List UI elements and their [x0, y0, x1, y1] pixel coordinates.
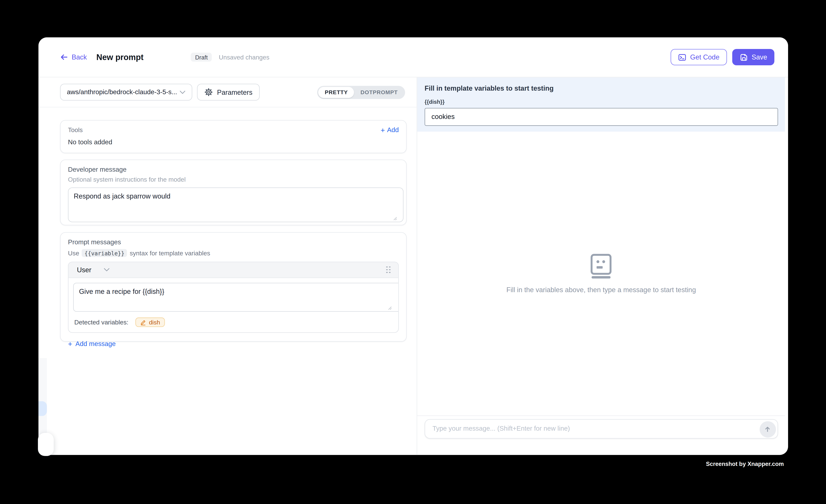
prompt-editor-window: Back New prompt Draft Unsaved changes Ge… [39, 37, 788, 455]
role-selector[interactable]: User [77, 266, 110, 274]
plus-icon: + [68, 340, 72, 348]
add-message-label: Add message [75, 340, 116, 348]
toggle-dotprompt[interactable]: DOTPROMPT [354, 87, 404, 98]
save-icon [740, 53, 748, 61]
model-selector-value: aws/anthropic/bedrock-claude-3-5-s... [67, 88, 177, 96]
save-button[interactable]: Save [732, 49, 775, 65]
role-value: User [77, 266, 92, 274]
message-block: User Give me a recipe for {{dish}} [68, 262, 399, 333]
prompt-messages-card: Prompt messages Use {{variable}} syntax … [60, 232, 407, 342]
hint-prefix: Use [68, 249, 79, 257]
arrow-up-icon [764, 425, 771, 433]
tools-card: Tools + Add No tools added [60, 120, 407, 153]
variable-syntax-chip: {{variable}} [82, 249, 127, 257]
tools-title: Tools [68, 126, 83, 134]
developer-message-card: Developer message Optional system instru… [60, 160, 407, 225]
back-button[interactable]: Back [60, 53, 87, 61]
floating-corner-box [38, 433, 54, 456]
arrow-left-icon [60, 53, 68, 61]
window-header: Back New prompt Draft Unsaved changes Ge… [39, 37, 788, 77]
format-toggle: PRETTY DOTPROMPT [317, 85, 405, 99]
variable-key-label: {{dish}} [425, 99, 778, 105]
variable-badge-label: dish [149, 319, 160, 325]
get-code-label: Get Code [690, 53, 719, 61]
model-toolbar: aws/anthropic/bedrock-claude-3-5-s... Pa… [39, 77, 417, 107]
chat-empty-state: Fill in the variables above, then type a… [417, 132, 785, 416]
variable-value-input[interactable] [425, 108, 778, 126]
message-body: Give me a recipe for {{dish}} Detected v… [68, 278, 398, 332]
page-title: New prompt [96, 52, 143, 62]
message-bar [425, 419, 778, 439]
add-tool-label: Add [387, 126, 399, 134]
save-label: Save [752, 53, 767, 61]
hint-suffix: syntax for template variables [130, 249, 210, 257]
send-button[interactable] [760, 421, 776, 437]
status-badge: Draft [191, 53, 212, 62]
model-selector[interactable]: aws/anthropic/bedrock-claude-3-5-s... [60, 84, 192, 101]
watermark-text: Screenshot by Xnapper.com [706, 460, 784, 467]
developer-message-title: Developer message [68, 166, 399, 173]
toggle-pretty[interactable]: PRETTY [318, 87, 354, 98]
terminal-icon [678, 53, 687, 61]
chat-message-input[interactable] [425, 425, 778, 432]
parameters-button[interactable]: Parameters [197, 84, 259, 101]
collapsed-sidebar-active-item[interactable] [39, 401, 47, 416]
config-scroll-area: Tools + Add No tools added Developer mes… [39, 107, 417, 342]
add-tool-button[interactable]: + Add [381, 126, 399, 134]
back-label: Back [72, 53, 87, 61]
parameters-label: Parameters [217, 88, 252, 96]
empty-state-text: Fill in the variables above, then type a… [506, 286, 696, 294]
main-split: aws/anthropic/bedrock-claude-3-5-s... Pa… [39, 77, 788, 455]
drag-handle-icon[interactable] [386, 266, 391, 273]
plus-icon: + [381, 126, 385, 134]
detected-variables-label: Detected variables: [74, 319, 128, 326]
template-variables-panel: Fill in template variables to start test… [417, 77, 785, 132]
developer-message-subtitle: Optional system instructions for the mod… [68, 176, 399, 183]
variables-panel-title: Fill in template variables to start test… [425, 84, 778, 92]
message-header: User [68, 262, 398, 278]
chevron-down-icon [180, 90, 185, 94]
template-syntax-hint: Use {{variable}} syntax for template var… [68, 249, 399, 257]
chevron-down-icon [104, 268, 110, 272]
robot-face-icon [587, 253, 615, 278]
chat-input-area [417, 416, 785, 455]
pencil-icon [140, 319, 146, 325]
test-pane: Fill in template variables to start test… [417, 77, 788, 455]
add-message-button[interactable]: + Add message [68, 340, 399, 348]
gear-icon [204, 88, 213, 97]
tools-empty-text: No tools added [68, 138, 399, 146]
user-message-input[interactable]: Give me a recipe for {{dish}} [73, 283, 399, 312]
variable-badge-dish[interactable]: dish [135, 317, 165, 327]
prompt-messages-title: Prompt messages [68, 239, 399, 246]
developer-message-input[interactable]: Respond as jack sparrow would [68, 187, 403, 222]
header-actions: Get Code Save [670, 49, 775, 65]
unsaved-changes-note: Unsaved changes [219, 54, 270, 61]
screen: Back New prompt Draft Unsaved changes Ge… [0, 0, 826, 504]
get-code-button[interactable]: Get Code [670, 49, 727, 65]
detected-variables-row: Detected variables: dish [73, 317, 394, 327]
prompt-config-pane: aws/anthropic/bedrock-claude-3-5-s... Pa… [39, 77, 417, 455]
